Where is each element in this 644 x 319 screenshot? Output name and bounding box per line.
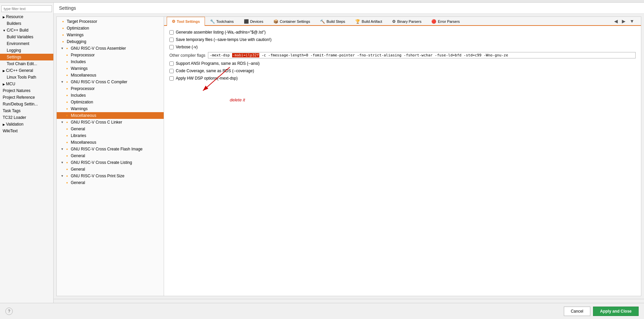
tab-label-toolchains: Toolchains [216,19,234,24]
checkbox-apply-hw-dsp[interactable] [169,76,174,81]
checkbox-verbose[interactable] [169,45,174,49]
sidebar-item-validation[interactable]: ▶Validation [0,121,53,128]
tabs-container: ⚙Tool Settings🔧Toolchains⬛Devices📦Contai… [164,17,641,26]
tree-item-label-general-print-size: General [71,180,85,185]
tree-item-includes-asm[interactable]: 🔸Includes [57,58,164,65]
expand-icon-gnu-print-size: ▼ [61,174,64,178]
tab-error-parsers[interactable]: 🔴Error Parsers [426,17,465,26]
tree-item-preprocessor-asm[interactable]: 🔸Preprocessor [57,52,164,58]
tree-item-gnu-flash[interactable]: ▼🔸GNU RISC-V Cross Create Flash Image [57,146,164,152]
checkbox-code-coverage[interactable] [169,69,174,73]
checkbox-gen-assembler[interactable] [169,30,174,35]
sidebar-item-environment[interactable]: Environment [0,40,53,47]
tree-item-label-debugging: Debugging [67,39,86,44]
flags-input[interactable]: -mext-dsp -mabi=ilp32f -c -fmessage-leng… [208,52,636,58]
tree-node-icon-debugging: 🔸 [61,40,65,44]
tree-item-general-flash[interactable]: 🔸General [57,152,164,159]
arrow-icon-resource: ▶ [3,15,5,19]
tree-item-libraries-linker[interactable]: 🔸Libraries [57,132,164,139]
sidebar-item-resource[interactable]: ▶Resource [0,13,53,20]
tabs-list: ⚙Tool Settings🔧Toolchains⬛Devices📦Contai… [167,17,465,25]
sidebar-item-ccpp-general[interactable]: ▶C/C++ General [0,67,53,74]
tree-item-label-gnu-c-compiler: GNU RISC-V Cross C Compiler [71,80,127,84]
tree-node-icon-general-listing: 🔸 [65,167,69,172]
checkbox-save-temp[interactable] [169,38,174,42]
tree-item-gnu-c-compiler[interactable]: ▼🔸GNU RISC-V Cross C Compiler [57,79,164,85]
tab-label-tool-settings: Tool Settings [177,19,200,24]
sidebar-item-task-tags[interactable]: Task Tags [0,107,53,114]
checkbox-label-save-temp: Save temporary files (--save-temps Use w… [176,37,271,42]
tree-item-warnings[interactable]: 🔸Warnings [57,32,164,38]
tree-node-icon-gnu-print-size: 🔸 [65,174,69,178]
tree-item-miscellaneous-asm[interactable]: 🔸Miscellaneous [57,72,164,79]
tab-build-artifact[interactable]: 🏆Build Artifact [350,17,387,26]
sidebar-item-settings[interactable]: Settings [0,54,53,60]
tree-node-icon-gnu-flash: 🔸 [65,147,69,151]
tab-label-container-settings: Container Settings [280,19,310,24]
tab-toolchains[interactable]: 🔧Toolchains [205,17,239,26]
tree-node-icon-warnings: 🔸 [61,33,65,37]
tab-label-error-parsers: Error Parsers [438,19,460,24]
tab-tool-settings[interactable]: ⚙Tool Settings [167,17,205,26]
tab-icon-binary-parsers: ⚙ [392,19,396,24]
sidebar-item-logging[interactable]: Logging [0,47,53,54]
tab-container-settings[interactable]: 📦Container Settings [268,17,315,26]
tree-item-warnings-c[interactable]: 🔸Warnings [57,105,164,112]
sidebar-item-run-debug-settings[interactable]: Run/Debug Settin... [0,101,53,107]
tree-item-preprocessor-c[interactable]: 🔸Preprocessor [57,85,164,92]
sidebar-filter-input[interactable] [1,5,52,12]
tree-item-general-linker[interactable]: 🔸General [57,126,164,132]
checkbox-row-support-ansi: Support ANSI Programs, same as RDS (--an… [169,61,636,66]
tree-item-miscellaneous-linker[interactable]: 🔸Miscellaneous [57,139,164,146]
sidebar-item-tc32-loader[interactable]: TC32 Loader [0,114,53,121]
sidebar-item-linux-tools-path[interactable]: Linux Tools Path [0,74,53,81]
horizontal-scrollbar[interactable] [54,299,644,303]
tree-item-optimization[interactable]: 🔸Optimization [57,25,164,32]
sidebar-item-mcu[interactable]: ▶MCU [0,81,53,87]
content-body: 🔸Target Processor🔸Optimization🔸Warnings🔸… [56,16,641,296]
main-container: ▶ResourceBuilders▼C/C++ BuildBuild Varia… [0,3,644,303]
sidebar-item-tool-chain-edit[interactable]: Tool Chain Edit... [0,60,53,67]
tree-node-icon-includes-c: 🔸 [65,93,69,98]
sidebar-item-project-reference[interactable]: Project Reference [0,94,53,101]
nav-forward-button[interactable]: ▶ [621,18,627,25]
tab-build-steps[interactable]: 🔨Build Steps [315,17,350,26]
tree-item-miscellaneous-c[interactable]: 🔸Miscellaneous [57,112,164,119]
nav-dropdown-button[interactable]: ▼ [628,18,636,25]
checkbox-row-verbose: Verbose (-v) [169,45,636,49]
sidebar-item-wikitext[interactable]: WikiText [0,128,53,134]
help-button[interactable]: ? [5,308,13,315]
tree-item-gnu-assembler[interactable]: ▼🔸GNU RISC-V Cross Assembler [57,45,164,52]
sidebar-item-ccpp-build[interactable]: ▼C/C++ Build [0,27,53,34]
sidebar-item-builders[interactable]: Builders [0,20,53,27]
tree-item-label-includes-asm: Includes [71,59,86,64]
tree-item-gnu-c-linker[interactable]: ▼🔸GNU RISC-V Cross C Linker [57,119,164,126]
tree-item-label-gnu-listing: GNU RISC-V Cross Create Listing [71,160,132,165]
tree-item-gnu-print-size[interactable]: ▼🔸GNU RISC-V Cross Print Size [57,173,164,179]
checkbox-label-apply-hw-dsp: Apply HW DSP options(-mext-dsp) [176,76,238,81]
nav-back-button[interactable]: ◀ [613,18,619,25]
tree-item-gnu-listing[interactable]: ▼🔸GNU RISC-V Cross Create Listing [57,159,164,166]
tree-item-includes-c[interactable]: 🔸Includes [57,92,164,99]
tree-item-warnings-asm[interactable]: 🔸Warnings [57,65,164,72]
tree-item-label-preprocessor-asm: Preprocessor [71,53,95,57]
tree-items-container: 🔸Target Processor🔸Optimization🔸Warnings🔸… [57,18,164,186]
settings-header: Settings [54,3,644,14]
tree-item-optimization-c[interactable]: 🔸Optimization [57,99,164,105]
apply-close-button[interactable]: Apply and Close [593,307,639,316]
tree-node-icon-gnu-c-compiler: 🔸 [65,80,69,84]
tree-item-target-processor[interactable]: 🔸Target Processor [57,18,164,25]
checkbox-support-ansi[interactable] [169,61,174,66]
tab-binary-parsers[interactable]: ⚙Binary Parsers [387,17,426,26]
tree-node-icon-general-print-size: 🔸 [65,181,69,185]
tab-devices[interactable]: ⬛Devices [239,17,268,26]
sidebar-item-project-natures[interactable]: Project Natures [0,87,53,94]
cancel-button[interactable]: Cancel [564,307,590,316]
tree-item-general-listing[interactable]: 🔸General [57,166,164,173]
sidebar-item-build-variables[interactable]: Build Variables [0,34,53,40]
expand-icon-gnu-assembler: ▼ [61,47,64,50]
tree-item-general-print-size[interactable]: 🔸General [57,179,164,186]
tree-item-debugging[interactable]: 🔸Debugging [57,38,164,45]
expand-icon-gnu-listing: ▼ [61,161,64,164]
tree-item-label-warnings-c: Warnings [71,106,88,111]
